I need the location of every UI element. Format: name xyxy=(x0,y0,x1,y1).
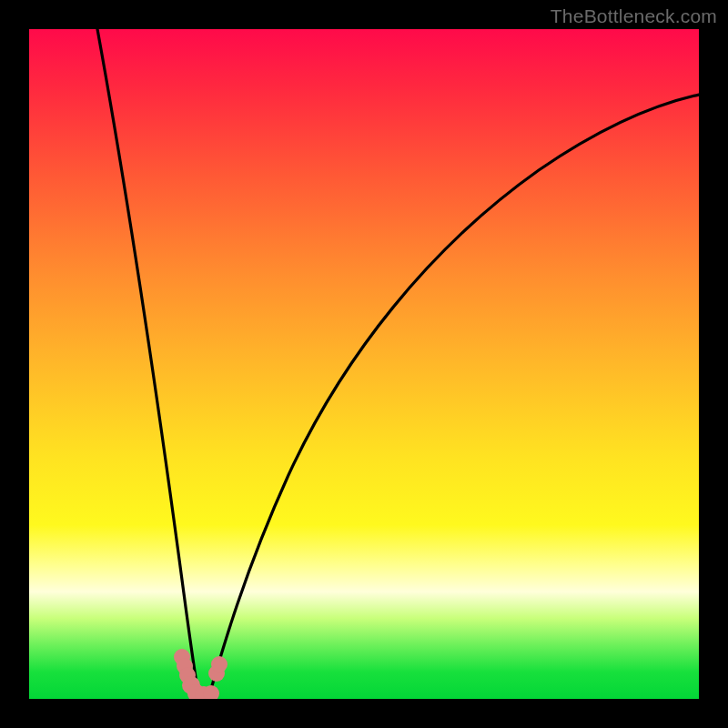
curve-left-branch xyxy=(97,29,198,695)
svg-point-8 xyxy=(211,656,228,672)
gradient-plot-area xyxy=(29,29,699,699)
watermark-label: TheBottleneck.com xyxy=(551,5,717,27)
outer-frame: TheBottleneck.com xyxy=(0,0,728,728)
curve-right-branch xyxy=(209,95,699,695)
bottleneck-curve xyxy=(29,29,699,699)
marker-cluster xyxy=(174,649,228,699)
